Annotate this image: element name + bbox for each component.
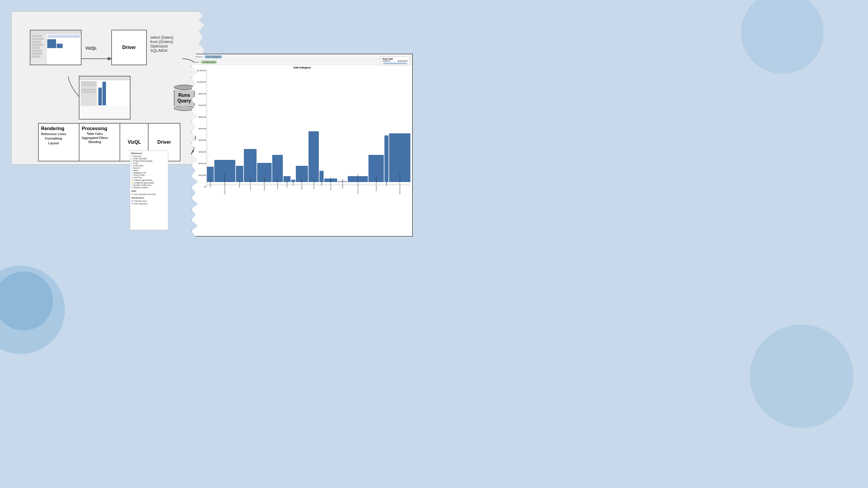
params-top-customers: ⊞ Top Customers [131, 202, 167, 205]
measure-profit-ratio: # Profit Ratio [131, 165, 167, 167]
measures-panel: Measures # Discount # Order Quantity # P… [130, 151, 168, 230]
measure-icon-lat: ⊕ [131, 179, 133, 181]
measure-unit-price: # Unit Price [131, 176, 167, 178]
measure-longitude: ⊕ Longitude (generated) [131, 182, 167, 184]
measure-icon-orderqty: # [131, 158, 132, 160]
date-filter-label: Order Date [382, 58, 408, 60]
rows-row: Rows SUM(Sales) [192, 60, 412, 65]
bar-rubber-bands: Rubber Bands [338, 181, 347, 185]
bar-appliances: Appliances [207, 167, 214, 185]
viz-mini-box [79, 76, 130, 120]
y-axis-labels: $1,300,000 $1,000,000 $800,000 $700,000 … [192, 70, 207, 188]
sets-section: Sets ⊗ Top Customers by Profit [131, 190, 167, 195]
bar-tables: Tables [384, 135, 389, 185]
measure-icon-up: # [131, 176, 132, 178]
rendering-box: Rendering Reference Lines Formatting Lay… [38, 123, 84, 161]
measure-profit: # Profit [131, 162, 167, 164]
sets-icon: ⊗ [131, 193, 133, 195]
params-profit-bin: ⊞ Profit Bin Size [131, 200, 167, 202]
tableau-paper: Columns Sub-Category Rows SUM(Sales) Sub… [191, 54, 413, 237]
sql-label: select [Sales] from [Orders] Optimized S… [150, 35, 173, 53]
bars-row: Appliances Binders and Binder Accessorie… [207, 70, 410, 185]
measure-time-to-ship: # Time to Ship [131, 174, 167, 176]
measure-num-records: # Number of Records [131, 184, 167, 186]
x-axis-line [207, 185, 410, 185]
date-slider[interactable] [382, 63, 408, 64]
columns-row: Columns Sub-Category [192, 54, 412, 60]
bar-storage: Storage & Organization [368, 155, 384, 185]
measure-icon-tts: # [131, 174, 132, 176]
y-axis-line [207, 70, 207, 188]
measure-icon-mv: # [131, 187, 132, 189]
measure-shipping-cost: # Shipping Cost [131, 172, 167, 174]
vizql-top-label: VizQL [85, 46, 97, 51]
bg-circle-bottom-right [750, 325, 853, 428]
chart-title: Sub-Category [192, 66, 412, 69]
bar-bookcases: Bookcases [236, 166, 243, 185]
bar-pens: Pens & Art Supplies [324, 178, 337, 185]
measure-row-id: # Row ID [131, 167, 167, 169]
measure-icon-lon: ⊕ [131, 182, 133, 184]
bar-office-furnishings: Office Furnishings [296, 166, 308, 185]
measure-icon-sc: # [131, 172, 132, 174]
measure-icon-discount: # [131, 155, 132, 157]
bar-scissors: Scissors, Rulers and Trimmers [348, 176, 368, 185]
columns-pill: Sub-Category [204, 55, 222, 58]
bar-chairs: Chairs & Chairmats [244, 149, 256, 185]
measure-icon-pbm: # [131, 160, 132, 162]
measure-icon-nr: # [131, 184, 132, 186]
measures-title: Measures [131, 152, 167, 155]
measure-icon-sales: # [131, 169, 132, 171]
bar-binders: Binders and Binder Accessories [214, 160, 235, 185]
date-filter[interactable]: Order Date 1/3/2011 12/31/2012 [380, 57, 410, 65]
bar-copiers: Copiers and Fax [272, 155, 283, 185]
sets-top-customers: ⊗ Top Customers by Profit [131, 193, 167, 195]
bar-telephones: Telephones and Communication [389, 133, 410, 185]
measures-list: # Discount # Order Quantity # Product Ba… [131, 155, 167, 189]
bar-envelopes: Envelopes [283, 176, 290, 185]
params-icon-1: ⊞ [131, 200, 133, 202]
bar-paper: Paper [319, 171, 323, 185]
measure-discount: # Discount [131, 155, 167, 157]
bar-labels: Labels [291, 180, 296, 185]
measure-measure-values: # Measure Values [131, 187, 167, 189]
screenshot-box [30, 30, 82, 65]
measure-icon-profit: # [131, 162, 132, 164]
params-icon-2: ⊞ [131, 202, 133, 205]
measure-order-qty: # Order Quantity [131, 158, 167, 160]
measure-icon-rowid: # [131, 167, 132, 169]
date-range: 1/3/2011 12/31/2012 [382, 60, 408, 62]
bar-office-machines: Office Machines [309, 131, 319, 185]
measure-icon-pr: # [131, 165, 132, 167]
processing-box: Processing Table Calcs Aggregated Filter… [79, 123, 125, 161]
measure-latitude: ⊕ Latitude (generated) [131, 179, 167, 181]
params-section: Parameters ⊞ Profit Bin Size ⊞ Top Custo… [131, 196, 167, 205]
bar-computer-peripherals: Computer Peripherals [257, 163, 272, 185]
measure-product-base-margin: # Product Base Margin [131, 160, 167, 162]
rows-pill: SUM(Sales) [201, 61, 217, 64]
measure-sales: # Sales [131, 169, 167, 171]
bg-circle-top-right [741, 0, 824, 74]
driver-top-box: Driver [111, 30, 147, 65]
diagram-paper: VizQL Driver select [Sales] from [Orders… [11, 11, 209, 165]
bar-chart-container: $1,300,000 $1,000,000 $800,000 $700,000 … [192, 70, 412, 196]
